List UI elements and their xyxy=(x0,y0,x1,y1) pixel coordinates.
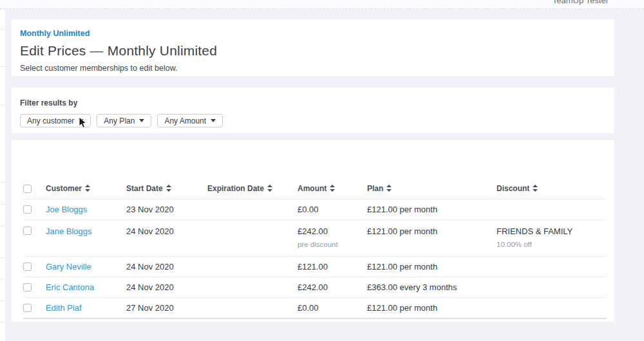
page-subtitle: Select customer memberships to edit belo… xyxy=(20,64,606,73)
amount-value: £242.00 xyxy=(298,282,365,292)
discount-cell: FRIENDS & FAMILY10.00% off xyxy=(497,220,607,257)
table-row: Eric Cantona24 Nov 2020£242.00£363.00 ev… xyxy=(23,277,607,298)
filter-row: Any customerAny PlanAny Amount xyxy=(20,114,606,127)
chevron-down-icon xyxy=(139,119,144,122)
column-label: Discount xyxy=(497,184,529,193)
amount-cell: £0.00 xyxy=(298,199,367,220)
customer-link[interactable]: Gary Neville xyxy=(46,262,91,272)
current-user-label[interactable]: TeamUp Tester xyxy=(553,0,609,5)
table-row: Joe Bloggs23 Nov 2020£0.00£121.00 per mo… xyxy=(23,199,607,220)
row-checkbox[interactable] xyxy=(23,263,32,271)
divider xyxy=(0,300,5,301)
customer-link[interactable]: Joe Bloggs xyxy=(46,205,87,214)
divider xyxy=(0,279,5,279)
row-checkbox[interactable] xyxy=(23,205,32,214)
start-date-cell: 23 Nov 2020 xyxy=(126,199,207,220)
filter-dropdown-any-plan[interactable]: Any Plan xyxy=(97,114,151,127)
divider xyxy=(0,322,5,322)
expiration-date-cell xyxy=(207,257,298,277)
chevron-down-icon xyxy=(79,119,84,122)
start-date-cell: 24 Nov 2020 xyxy=(126,220,207,257)
column-label: Customer xyxy=(46,184,82,193)
divider xyxy=(0,204,5,205)
filter-dropdown-any-amount[interactable]: Any Amount xyxy=(157,114,223,127)
column-label: Plan xyxy=(367,184,383,193)
plan-cell: £121.00 per month xyxy=(367,298,497,319)
column-header-expiration-date[interactable]: Expiration Date xyxy=(207,179,298,199)
page-title: Edit Prices — Monthly Unlimited xyxy=(20,43,606,59)
plan-cell: £363.00 every 3 months xyxy=(367,277,497,298)
plan-cell: £121.00 per month xyxy=(367,257,497,277)
discount-cell xyxy=(497,277,607,298)
plan-cell: £121.00 per month xyxy=(367,199,497,220)
row-select-cell xyxy=(23,199,46,220)
row-select-cell xyxy=(23,277,46,298)
customer-link[interactable]: Edith Piaf xyxy=(46,303,82,313)
expiration-date-cell xyxy=(207,199,298,220)
sort-icon xyxy=(85,185,90,192)
start-date-cell: 24 Nov 2020 xyxy=(126,257,207,277)
column-header-plan[interactable]: Plan xyxy=(367,179,497,199)
filter-card: Filter results by Any customerAny PlanAn… xyxy=(12,88,614,133)
divider xyxy=(0,66,5,67)
discount-cell xyxy=(497,298,607,319)
customer-cell: Eric Cantona xyxy=(46,277,126,298)
plan-cell: £121.00 per month xyxy=(367,220,497,257)
customer-cell: Joe Bloggs xyxy=(46,199,126,220)
amount-cell: £121.00 xyxy=(298,257,367,277)
divider xyxy=(0,29,5,30)
discount-cell xyxy=(497,199,607,220)
customer-link[interactable]: Jane Bloggs xyxy=(46,226,92,236)
column-header-start-date[interactable]: Start Date xyxy=(126,179,207,199)
select-all-checkbox[interactable] xyxy=(23,185,32,193)
filter-dropdown-any-customer[interactable]: Any customer xyxy=(20,114,91,127)
divider xyxy=(0,257,5,258)
start-date-cell: 24 Nov 2020 xyxy=(126,277,207,298)
column-header-customer[interactable]: Customer xyxy=(46,179,126,199)
table-row: Jane Bloggs24 Nov 2020£242.00pre discoun… xyxy=(23,220,607,257)
sort-icon xyxy=(533,185,538,192)
expiration-date-cell xyxy=(207,277,298,298)
amount-cell: £242.00pre discount xyxy=(298,220,367,257)
expiration-date-cell xyxy=(207,220,298,257)
breadcrumb-link[interactable]: Monthly Unlimited xyxy=(20,29,90,38)
column-label: Amount xyxy=(298,184,327,193)
table-header-row: CustomerStart DateExpiration DateAmountP… xyxy=(23,179,607,199)
amount-note: pre discount xyxy=(298,241,365,248)
memberships-table: CustomerStart DateExpiration DateAmountP… xyxy=(23,179,607,319)
column-header-amount[interactable]: Amount xyxy=(298,179,367,199)
row-checkbox[interactable] xyxy=(23,283,32,291)
amount-value: £121.00 xyxy=(298,262,365,272)
amount-cell: £242.00 xyxy=(298,277,367,298)
discount-name: FRIENDS & FAMILY xyxy=(497,226,604,236)
sort-icon xyxy=(386,185,392,192)
row-checkbox[interactable] xyxy=(23,226,32,235)
row-select-cell xyxy=(23,257,46,277)
row-select-cell xyxy=(23,298,46,319)
discount-cell xyxy=(497,257,607,277)
top-bar: TeamUp Tester xyxy=(0,0,644,9)
sort-icon xyxy=(166,185,171,192)
row-checkbox[interactable] xyxy=(23,304,32,312)
discount-note: 10.00% off xyxy=(497,241,604,248)
dropdown-label: Any Amount xyxy=(164,116,206,125)
divider xyxy=(0,226,5,226)
page-header-card: Monthly Unlimited Edit Prices — Monthly … xyxy=(12,19,614,76)
column-label: Start Date xyxy=(126,184,163,193)
row-select-cell xyxy=(23,220,46,257)
sort-icon xyxy=(330,185,335,192)
expiration-date-cell xyxy=(207,298,298,319)
chevron-down-icon xyxy=(211,119,216,122)
sort-icon xyxy=(267,185,272,192)
column-header-discount[interactable]: Discount xyxy=(497,179,607,199)
dropdown-label: Any customer xyxy=(27,116,74,125)
amount-value: £0.00 xyxy=(298,303,365,313)
amount-value: £242.00 xyxy=(298,226,365,236)
table-row: Edith Piaf27 Nov 2020£0.00£121.00 per mo… xyxy=(23,298,607,319)
filter-label: Filter results by xyxy=(20,98,606,107)
select-all-cell xyxy=(23,179,46,199)
dropdown-label: Any Plan xyxy=(104,116,135,125)
sidebar-edge xyxy=(0,10,5,341)
divider xyxy=(0,182,5,183)
customer-link[interactable]: Eric Cantona xyxy=(46,282,94,292)
